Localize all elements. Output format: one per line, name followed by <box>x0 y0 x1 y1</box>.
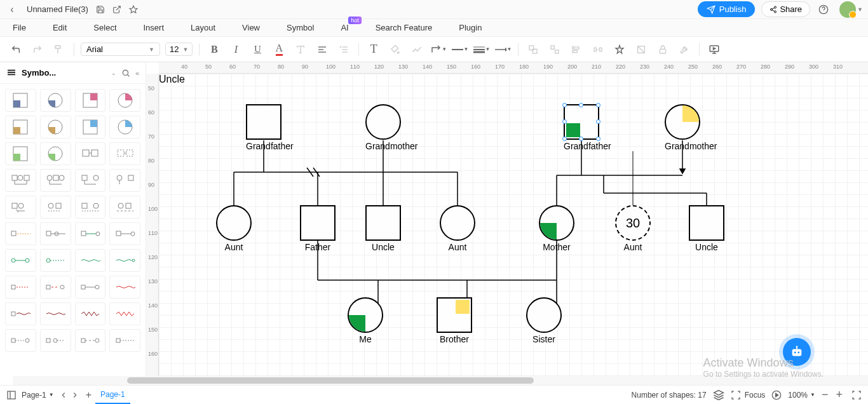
avatar[interactable] <box>839 1 856 18</box>
save-icon[interactable] <box>93 3 107 17</box>
stroke-color-button[interactable] <box>409 41 425 58</box>
menu-view[interactable]: View <box>242 23 260 32</box>
canvas[interactable]: Grandfather Grandmother Grandfather Gran… <box>159 74 868 376</box>
menu-search[interactable]: Search Feature <box>376 23 433 32</box>
arrow-style-button[interactable]: ▼ <box>495 41 512 58</box>
presentation-button[interactable] <box>706 41 722 58</box>
collapse-panel-icon[interactable]: « <box>135 69 139 77</box>
bold-button[interactable]: B <box>206 41 222 58</box>
shape-item[interactable] <box>109 249 140 272</box>
menu-layout[interactable]: Layout <box>191 23 215 32</box>
focus-label[interactable]: Focus <box>745 391 766 400</box>
shape-item[interactable] <box>40 276 71 299</box>
publish-button[interactable]: Publish <box>698 1 756 17</box>
shape-item[interactable] <box>5 116 36 138</box>
shape-item[interactable] <box>75 329 106 352</box>
back-icon[interactable]: ‹ <box>5 3 19 17</box>
search-icon[interactable] <box>121 69 130 77</box>
lock-button[interactable] <box>654 41 671 58</box>
shape-item[interactable] <box>5 249 36 272</box>
node-father[interactable]: Father <box>300 205 336 252</box>
shape-item[interactable] <box>5 142 36 165</box>
shape-item[interactable] <box>40 329 71 352</box>
shape-item[interactable] <box>109 89 140 112</box>
tools-button[interactable] <box>676 41 693 58</box>
shape-item[interactable] <box>109 169 140 192</box>
node-uncle-1[interactable]: Uncle <box>365 205 401 252</box>
font-color-button[interactable]: A <box>271 41 287 58</box>
shape-item[interactable] <box>5 276 36 299</box>
add-page-button[interactable]: + <box>82 389 95 401</box>
node-uncle-2[interactable]: Uncle <box>689 205 724 252</box>
undo-button[interactable] <box>8 41 24 58</box>
effects-button[interactable] <box>611 41 628 58</box>
shape-item[interactable] <box>40 169 71 192</box>
horizontal-scrollbar[interactable] <box>13 376 868 385</box>
node-me[interactable]: Me <box>348 297 383 344</box>
shape-item[interactable] <box>109 276 140 299</box>
menu-edit[interactable]: Edit <box>53 23 67 32</box>
node-grandfather-1[interactable]: Grandfather <box>246 104 294 151</box>
shape-item[interactable] <box>75 249 106 272</box>
font-select[interactable]: Arial▼ <box>81 43 160 56</box>
menu-plugin[interactable]: Plugin <box>459 23 482 32</box>
group-button[interactable] <box>525 41 541 58</box>
zoom-value[interactable]: 100% <box>788 391 808 400</box>
shape-item[interactable] <box>109 302 140 325</box>
panel-dropdown[interactable]: ⌄ <box>111 70 116 76</box>
shape-item[interactable] <box>109 142 140 165</box>
underline-button[interactable]: U <box>249 41 266 58</box>
shape-item[interactable] <box>75 276 106 299</box>
shape-item[interactable] <box>109 329 140 352</box>
export-icon[interactable] <box>110 3 124 17</box>
shape-item[interactable] <box>5 89 36 112</box>
node-grandfather-2[interactable]: Grandfather <box>564 104 611 151</box>
redo-button[interactable] <box>29 41 46 58</box>
shape-item[interactable] <box>75 302 106 325</box>
line-spacing-button[interactable] <box>336 41 352 58</box>
fullscreen-icon[interactable] <box>851 390 862 400</box>
shape-item[interactable] <box>40 249 71 272</box>
shape-item[interactable] <box>5 302 36 325</box>
align-objects-button[interactable] <box>568 41 585 58</box>
menu-symbol[interactable]: Symbol <box>287 23 314 32</box>
shape-item[interactable] <box>75 196 106 219</box>
shape-item[interactable] <box>75 116 106 138</box>
focus-crosshair-icon[interactable] <box>731 390 741 400</box>
shape-item[interactable] <box>5 329 36 352</box>
shape-item[interactable] <box>109 196 140 219</box>
menu-file[interactable]: File <box>13 23 26 32</box>
line-weight-button[interactable]: ▼ <box>473 41 490 58</box>
layout-icon[interactable] <box>6 390 17 400</box>
share-button[interactable]: Share <box>761 1 810 17</box>
shape-item[interactable] <box>109 116 140 138</box>
connector-button[interactable]: ▼ <box>430 41 447 58</box>
node-sister[interactable]: Sister <box>526 297 562 344</box>
shape-item[interactable] <box>109 222 140 245</box>
menu-select[interactable]: Select <box>93 23 116 32</box>
zoom-in-button[interactable]: + <box>832 388 846 401</box>
text-tool-button[interactable]: T <box>365 41 382 58</box>
shape-item[interactable] <box>40 142 71 165</box>
shape-item[interactable] <box>40 302 71 325</box>
shape-item[interactable] <box>40 222 71 245</box>
shape-item[interactable] <box>5 169 36 192</box>
fill-button[interactable] <box>387 41 403 58</box>
text-height-button[interactable] <box>292 41 309 58</box>
ungroup-button[interactable] <box>546 41 563 58</box>
align-button[interactable] <box>314 41 330 58</box>
shape-item[interactable] <box>5 222 36 245</box>
page-select[interactable]: Page-1▼ <box>22 391 54 400</box>
node-grandmother-2[interactable]: Grandmother <box>665 104 717 151</box>
shape-item[interactable] <box>75 169 106 192</box>
zoom-out-button[interactable]: − <box>818 388 832 401</box>
shape-item[interactable] <box>75 222 106 245</box>
star-icon[interactable] <box>126 3 140 17</box>
distribute-button[interactable] <box>590 41 606 58</box>
assistant-button[interactable] <box>783 338 811 366</box>
menu-insert[interactable]: Insert <box>144 23 165 32</box>
shape-item[interactable] <box>5 196 36 219</box>
shape-item[interactable] <box>40 89 71 112</box>
play-icon[interactable] <box>771 390 782 400</box>
prev-page-icon[interactable] <box>59 391 68 400</box>
